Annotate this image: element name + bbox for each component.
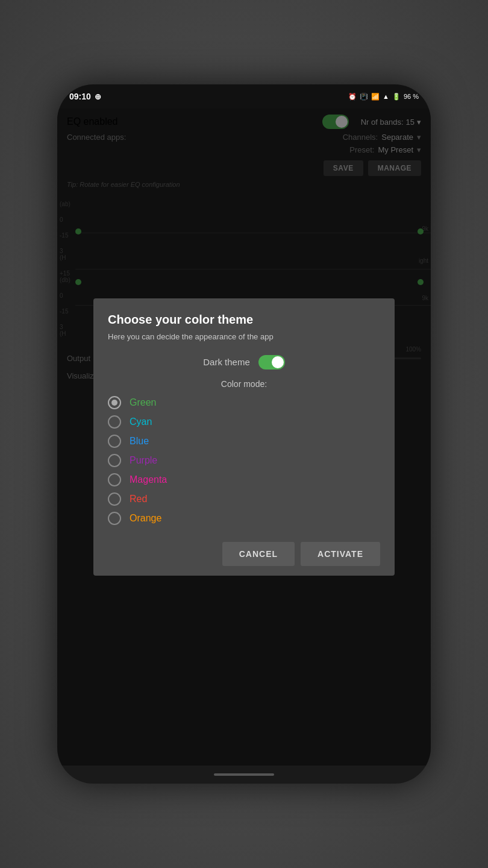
radio-circle-orange [108,512,121,525]
equalizer-icon: ⊕ [95,92,101,101]
radio-purple[interactable]: Purple [108,454,380,467]
vibrate-icon: 📳 [360,93,368,101]
dark-theme-row: Dark theme [108,355,380,370]
radio-circle-magenta [108,473,121,486]
wifi-icon: 📶 [371,93,380,101]
radio-circle-green [108,396,121,409]
dialog-title: Choose your color theme [108,313,380,327]
status-time: 09:10 ⊕ [69,92,101,101]
radio-circle-blue [108,435,121,448]
radio-circle-cyan [108,415,121,429]
radio-circle-red [108,492,121,506]
radio-green[interactable]: Green [108,396,380,409]
dark-theme-knob [272,356,284,368]
radio-orange[interactable]: Orange [108,512,380,525]
dark-theme-toggle[interactable] [258,355,285,370]
time-display: 09:10 [69,92,91,101]
color-mode-label: Color mode: [108,379,380,389]
dialog-buttons: CANCEL ACTIVATE [108,537,380,566]
color-radio-group: Green Cyan Blue Purple [108,396,380,525]
activate-button[interactable]: ACTIVATE [301,542,380,566]
radio-cyan[interactable]: Cyan [108,415,380,429]
radio-magenta[interactable]: Magenta [108,473,380,486]
radio-label-cyan: Cyan [130,417,152,427]
dialog-subtitle: Here you can decide the appearance of th… [108,332,380,342]
dark-theme-label: Dark theme [203,357,250,367]
status-bar: 09:10 ⊕ ⏰ 📳 📶 ▲ 🔋 96 % [57,84,431,108]
radio-circle-purple [108,454,121,467]
alarm-icon: ⏰ [348,93,357,101]
battery-percent: 96 % [404,93,419,100]
radio-inner-green [111,400,117,406]
cancel-button[interactable]: CANCEL [222,542,295,566]
color-theme-dialog: Choose your color theme Here you can dec… [93,298,395,575]
home-bar [214,773,274,776]
status-icons: ⏰ 📳 📶 ▲ 🔋 96 % [348,93,419,101]
radio-red[interactable]: Red [108,492,380,506]
radio-blue[interactable]: Blue [108,435,380,448]
dialog-overlay: Choose your color theme Here you can dec… [57,108,431,766]
app-content: EQ enabled Nr of bands: 15 ▾ Connected a… [57,108,431,766]
signal-icon: ▲ [383,93,389,100]
radio-label-purple: Purple [130,455,157,466]
radio-label-orange: Orange [130,513,161,524]
radio-label-magenta: Magenta [130,474,167,485]
radio-label-green: Green [130,397,156,408]
radio-label-blue: Blue [130,436,149,447]
radio-label-red: Red [130,494,147,505]
phone-frame: 09:10 ⊕ ⏰ 📳 📶 ▲ 🔋 96 % EQ enabled Nr o [57,84,431,784]
battery-icon: 🔋 [392,93,401,101]
home-indicator [57,766,431,784]
